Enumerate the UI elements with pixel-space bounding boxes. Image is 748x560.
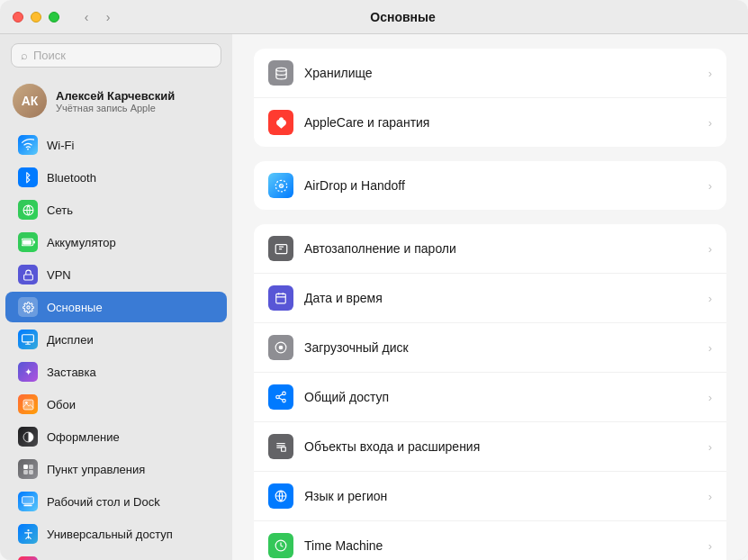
sidebar-item-wifi[interactable]: Wi-Fi [5, 130, 227, 160]
sidebar-item-wallpaper[interactable]: Обои [5, 389, 227, 420]
sidebar-item-battery[interactable]: Аккумулятор [5, 227, 227, 257]
svg-rect-21 [276, 294, 286, 303]
sidebar-item-control-center[interactable]: Пункт управления [5, 454, 227, 484]
settings-row-language[interactable]: Язык и регион › [254, 472, 726, 521]
language-icon [268, 483, 293, 509]
user-profile[interactable]: АК Алексей Карчевский Учётная запись App… [0, 77, 232, 129]
wifi-icon [18, 135, 38, 155]
user-name: Алексей Карчевский [56, 89, 175, 103]
chevron-icon: › [708, 242, 712, 256]
applecare-label: AppleCare и гарантия [304, 115, 701, 130]
sidebar-item-display[interactable]: Дисплеи [5, 324, 227, 355]
sharing-icon [268, 384, 293, 410]
zoom-button[interactable] [49, 12, 59, 23]
svg-point-23 [279, 346, 283, 349]
svg-rect-16 [23, 505, 32, 507]
settings-row-applecare[interactable]: AppleCare и гарантия › [254, 98, 726, 147]
screensaver-icon: ✦ [18, 362, 38, 382]
settings-row-startup[interactable]: Загрузочный диск › [254, 323, 726, 373]
settings-row-storage[interactable]: Хранилище › [254, 49, 726, 98]
sidebar-item-network[interactable]: Сеть [5, 194, 227, 225]
search-placeholder: Поиск [33, 49, 66, 62]
chevron-icon: › [708, 490, 712, 503]
svg-rect-12 [29, 465, 33, 469]
chevron-icon: › [708, 539, 712, 553]
search-icon: ⌕ [21, 49, 28, 62]
settings-row-datetime[interactable]: Дата и время › [254, 274, 726, 323]
settings-group-3: Автозаполнение и пароли › Дата и время › [254, 224, 726, 560]
sidebar-item-bluetooth[interactable]: ᛒ Bluetooth [5, 162, 227, 193]
settings-row-login-items[interactable]: ↓ Объекты входа и расширения › [254, 422, 726, 472]
sidebar-item-accessibility[interactable]: Универсальный доступ [5, 519, 227, 549]
sidebar-item-label: VPN [47, 268, 71, 282]
sidebar-item-label: Wi-Fi [47, 139, 74, 152]
titlebar: ‹ › Основные [0, 0, 748, 34]
settings-group-1: Хранилище › AppleCare и гарантия › [254, 49, 726, 147]
sidebar-item-label: Рабочий стол и Dock [47, 495, 160, 509]
search-bar[interactable]: ⌕ Поиск [11, 43, 221, 68]
chevron-icon: › [708, 67, 712, 80]
back-button[interactable]: ‹ [77, 8, 95, 26]
sidebar-item-screensaver[interactable]: ✦ Заставка [5, 357, 227, 387]
sidebar-item-vpn[interactable]: VPN [5, 259, 227, 290]
settings-group-2: AirDrop и Handoff › [254, 161, 726, 210]
svg-point-0 [27, 149, 29, 150]
airdrop-label: AirDrop и Handoff [304, 178, 701, 193]
storage-icon [268, 60, 293, 86]
avatar: АК [13, 84, 47, 118]
svg-point-25 [276, 395, 280, 399]
chevron-icon: › [708, 341, 712, 355]
sidebar-item-appearance[interactable]: Оформление [5, 421, 227, 452]
svg-rect-14 [29, 470, 33, 474]
network-icon [18, 200, 38, 220]
sidebar-item-label: Дисплеи [47, 333, 94, 347]
sidebar-item-label: Аккумулятор [47, 236, 116, 249]
startup-icon [268, 335, 293, 360]
user-info: Алексей Карчевский Учётная запись Apple [56, 89, 175, 113]
login-items-icon [268, 434, 293, 459]
control-center-icon [18, 459, 38, 479]
svg-point-24 [283, 392, 286, 395]
wallpaper-icon [18, 394, 38, 414]
settings-row-autofill[interactable]: Автозаполнение и пароли › [254, 224, 726, 274]
user-subtitle: Учётная запись Apple [56, 103, 175, 113]
sidebar-item-siri[interactable]: Siri [5, 551, 227, 560]
display-icon [18, 330, 38, 349]
settings-row-airdrop[interactable]: AirDrop и Handoff › [254, 161, 726, 210]
svg-point-26 [283, 399, 286, 402]
main-content: Хранилище › AppleCare и гарантия › [232, 34, 748, 560]
svg-point-6 [26, 305, 29, 308]
close-button[interactable] [13, 12, 23, 23]
navigation-buttons: ‹ › [77, 8, 117, 26]
sidebar-item-general[interactable]: Основные [5, 292, 227, 322]
startup-label: Загрузочный диск [304, 340, 701, 355]
chevron-icon: › [708, 116, 712, 130]
sidebar-item-label: Обои [47, 398, 76, 411]
svg-rect-7 [23, 335, 34, 342]
svg-rect-13 [23, 470, 28, 474]
window-title: Основные [124, 10, 681, 24]
minimize-button[interactable] [31, 12, 41, 23]
sidebar-item-desktop-dock[interactable]: Рабочий стол и Dock [5, 486, 227, 517]
sidebar-item-label: Пункт управления [47, 463, 145, 476]
svg-rect-27 [282, 447, 286, 452]
sidebar: ⌕ Поиск АК Алексей Карчевский Учётная за… [0, 34, 232, 560]
sidebar-item-label: Основные [47, 301, 103, 314]
storage-label: Хранилище [304, 66, 701, 80]
svg-rect-3 [33, 241, 35, 244]
general-icon [18, 297, 38, 317]
forward-button[interactable]: › [99, 8, 117, 26]
timemachine-icon [268, 533, 293, 558]
autofill-label: Автозаполнение и пароли [304, 241, 701, 256]
settings-row-timemachine[interactable]: Time Machine › [254, 521, 726, 560]
settings-row-sharing[interactable]: Общий доступ › [254, 373, 726, 422]
sidebar-item-label: Заставка [47, 366, 96, 379]
chevron-icon: › [708, 391, 712, 404]
language-label: Язык и регион [304, 489, 701, 503]
desktop-dock-icon [18, 492, 38, 511]
sidebar-item-label: Сеть [47, 203, 73, 217]
content-area: ⌕ Поиск АК Алексей Карчевский Учётная за… [0, 34, 748, 560]
sharing-label: Общий доступ [304, 390, 701, 404]
chevron-icon: › [708, 292, 712, 305]
svg-point-17 [27, 529, 29, 531]
